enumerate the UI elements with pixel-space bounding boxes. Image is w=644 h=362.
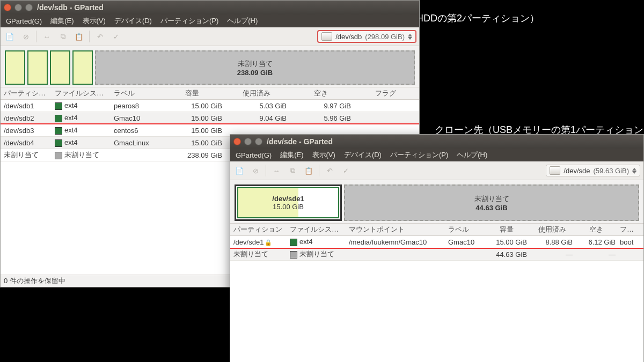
device-name: /dev/sdb <box>335 33 362 41</box>
table-row[interactable]: 未割り当て 未割り当て 44.63 GiB — — <box>230 248 643 261</box>
cell-fs: ext4 <box>288 238 347 246</box>
device-size: (59.63 GiB) <box>594 167 629 175</box>
partition-block-sdb3[interactable] <box>50 50 70 85</box>
menubar: GParted(G) 編集(E) 表示(V) デバイス(D) パーティション(P… <box>230 149 643 161</box>
unalloc-size: 238.09 GiB <box>237 69 273 77</box>
cell-free: 6.12 GiB <box>575 238 618 246</box>
paste-icon: 📋 <box>73 31 85 42</box>
table-row[interactable]: /dev/sde1🔒 ext4 /media/fuukemn/Gmac10 Gm… <box>230 236 643 248</box>
cell-fs: 未割り当て <box>288 249 347 259</box>
cell-used: 9.04 GiB <box>224 114 289 122</box>
close-icon[interactable] <box>233 138 241 145</box>
highlight-line <box>1 123 419 124</box>
col-flags[interactable]: フラグ <box>618 225 642 234</box>
close-icon[interactable] <box>4 4 11 11</box>
cell-label: pearos8 <box>112 102 160 110</box>
menu-device[interactable]: デバイス(D) <box>111 15 155 27</box>
col-filesystem[interactable]: ファイルシステム <box>288 225 347 234</box>
col-size[interactable]: 容量 <box>484 225 529 234</box>
menu-edit[interactable]: 編集(E) <box>277 149 306 161</box>
menu-gparted[interactable]: GParted(G) <box>232 150 275 160</box>
spinner-icon[interactable] <box>408 34 412 40</box>
col-partition[interactable]: パーティション <box>231 225 288 234</box>
col-free[interactable]: 空き <box>289 88 353 98</box>
menu-edit[interactable]: 編集(E) <box>47 15 77 27</box>
partition-block-sde1[interactable]: /dev/sde1 15.00 GiB <box>235 184 342 221</box>
maximize-icon[interactable] <box>255 138 262 145</box>
col-label[interactable]: ラベル <box>112 88 160 98</box>
status-text: 0 件の操作を保留中 <box>4 276 65 286</box>
col-partition[interactable]: パーティション <box>2 88 53 98</box>
resize-icon: ↔ <box>41 31 53 42</box>
menu-device[interactable]: デバイス(D) <box>341 149 385 161</box>
cell-free: 5.96 GiB <box>289 114 353 122</box>
menu-partition[interactable]: パーティション(P) <box>157 15 222 27</box>
col-free[interactable]: 空き <box>575 225 618 234</box>
cell-fs: ext4 <box>53 101 112 110</box>
unallocated-block[interactable]: 未割り当て 238.09 GiB <box>95 50 415 85</box>
partition-table-body: /dev/sde1🔒 ext4 /media/fuukemn/Gmac10 Gm… <box>230 236 643 362</box>
partition-block-sdb4[interactable] <box>72 50 93 85</box>
apply-icon: ✓ <box>110 31 122 42</box>
undo-icon: ↶ <box>324 165 335 176</box>
cell-size: 238.09 GiB <box>160 151 224 159</box>
cell-partition: /dev/sdb2 <box>2 114 53 122</box>
menu-view[interactable]: 表示(V) <box>79 15 109 27</box>
col-used[interactable]: 使用済み <box>529 225 575 234</box>
minimize-icon[interactable] <box>244 138 252 145</box>
separator <box>36 31 36 42</box>
col-flags[interactable]: フラグ <box>353 88 418 98</box>
col-mountpoint[interactable]: マウントポイント <box>347 225 446 234</box>
new-partition-icon[interactable]: 📄 <box>4 31 16 42</box>
col-filesystem[interactable]: ファイルシステム <box>53 88 112 98</box>
cell-partition: /dev/sdb3 <box>2 127 53 135</box>
col-size[interactable]: 容量 <box>160 88 224 98</box>
cell-size: 44.63 GiB <box>484 250 529 258</box>
menubar: GParted(G) 編集(E) 表示(V) デバイス(D) パーティション(P… <box>1 14 419 27</box>
table-row[interactable]: /dev/sdb2 ext4 Gmac10 15.00 GiB 9.04 GiB… <box>1 112 419 124</box>
partition-block-sdb1[interactable] <box>5 50 25 85</box>
cell-mount: /media/fuukemn/Gmac10 <box>347 238 446 246</box>
cell-size: 15.00 GiB <box>160 139 224 147</box>
window-title: /dev/sdb - GParted <box>37 3 104 12</box>
delete-icon: ⊘ <box>20 31 32 42</box>
maximize-icon[interactable] <box>25 4 33 11</box>
disk-icon <box>550 166 560 175</box>
copy-icon: ⧉ <box>57 31 69 42</box>
cell-label: Gmac10 <box>446 238 484 246</box>
spinner-icon[interactable] <box>632 168 636 174</box>
table-row[interactable]: /dev/sdb1 ext4 pearos8 15.00 GiB 5.03 Gi… <box>1 100 419 112</box>
menu-help[interactable]: ヘルプ(H) <box>224 15 261 27</box>
window-title: /dev/sde - GParted <box>267 137 333 146</box>
partition-block-sdb2[interactable] <box>27 50 48 85</box>
partition-name: /dev/sde1 <box>272 195 304 203</box>
menu-help[interactable]: ヘルプ(H) <box>453 149 491 161</box>
new-partition-icon[interactable]: 📄 <box>233 165 245 176</box>
menu-partition[interactable]: パーティション(P) <box>387 149 451 161</box>
device-selector[interactable]: /dev/sde (59.63 GiB) <box>546 165 640 176</box>
minimize-icon[interactable] <box>14 4 22 11</box>
cell-fs: ext4 <box>53 114 112 122</box>
disk-map: 未割り当て 238.09 GiB <box>5 50 415 85</box>
menu-view[interactable]: 表示(V) <box>309 149 339 161</box>
cell-fs: 未割り当て <box>53 150 112 160</box>
cell-partition: /dev/sdb1 <box>2 102 53 110</box>
titlebar[interactable]: /dev/sdb - GParted <box>1 1 419 14</box>
cell-fs: ext4 <box>53 138 112 147</box>
device-name: /dev/sde <box>564 167 590 175</box>
copy-icon: ⧉ <box>287 165 298 176</box>
cell-size: 15.00 GiB <box>160 127 224 135</box>
menu-gparted[interactable]: GParted(G) <box>3 16 45 26</box>
lock-icon: 🔒 <box>265 239 272 246</box>
col-used[interactable]: 使用済み <box>224 88 289 98</box>
cell-fs: ext4 <box>53 126 112 135</box>
device-selector[interactable]: /dev/sdb (298.09 GiB) <box>318 31 416 42</box>
titlebar[interactable]: /dev/sde - GParted <box>230 135 643 149</box>
cell-partition: /dev/sdb4 <box>2 139 53 147</box>
unalloc-size: 44.63 GiB <box>475 204 507 212</box>
cell-flags: boot <box>618 238 642 246</box>
cell-partition: /dev/sde1🔒 <box>231 238 288 246</box>
paste-icon: 📋 <box>303 165 314 176</box>
unallocated-block[interactable]: 未割り当て 44.63 GiB <box>344 184 639 221</box>
col-label[interactable]: ラベル <box>446 225 484 234</box>
